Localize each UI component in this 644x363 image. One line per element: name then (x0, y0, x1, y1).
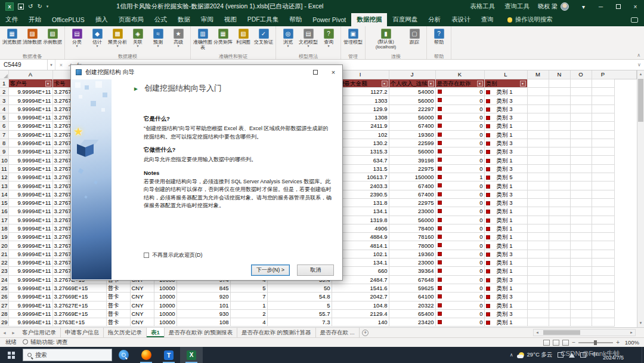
cell-K10[interactable]: 0 (435, 156, 484, 164)
taskbar-app-excel[interactable]: X (180, 347, 203, 363)
cell-L10[interactable]: 类别 1 (484, 156, 527, 164)
cell-O18[interactable] (570, 224, 592, 232)
cell-L5[interactable]: 类别 3 (484, 113, 527, 121)
name-box[interactable] (0, 61, 47, 68)
cell-M27[interactable] (527, 301, 549, 309)
column-header-J[interactable]: J (389, 70, 435, 79)
row-header-22[interactable]: 22 (0, 259, 8, 267)
cell-N4[interactable] (549, 104, 570, 113)
cell-M29[interactable] (527, 318, 549, 327)
cell-K28[interactable]: 0 (435, 309, 484, 318)
ribbon-tab-插入[interactable]: 插入 (90, 13, 113, 26)
sheet-nav-left-icon[interactable]: ◄ (0, 328, 9, 337)
cell-J2[interactable]: 54000 (389, 88, 435, 96)
cell-A17[interactable]: 9.99994E+11 (8, 216, 52, 224)
row-header-11[interactable]: 11 (0, 164, 8, 173)
cell-L25[interactable]: 类别 1 (484, 284, 527, 292)
row-header-12[interactable]: 12 (0, 173, 8, 182)
row-header-16[interactable]: 16 (0, 207, 8, 216)
cell-M18[interactable] (527, 224, 549, 232)
zoom-level[interactable]: 100% (623, 339, 639, 346)
customize-qat-chevron-icon[interactable]: ▾ (47, 4, 49, 9)
cell-A2[interactable]: 9.99994E+11 (8, 88, 52, 96)
cell-C28[interactable]: 普卡 (106, 309, 130, 318)
input-method-indicator[interactable]: 中 (592, 351, 597, 359)
vertical-scroll-thumb[interactable] (638, 79, 643, 122)
cell-L14[interactable]: 类别 3 (484, 190, 527, 198)
row-header-2[interactable]: 2 (0, 88, 8, 96)
cell-K12[interactable]: 1 (435, 173, 484, 182)
ribbon-button-关联[interactable]: ◈关联▾ (128, 27, 148, 54)
cell-B28[interactable]: 3.27669E+15 (52, 309, 106, 318)
cell-J16[interactable]: 23000 (389, 207, 435, 216)
cell-L6[interactable]: 类别 1 (484, 122, 527, 130)
row-header-14[interactable]: 14 (0, 190, 8, 198)
cell-D25[interactable]: CNY (130, 284, 154, 292)
cell-N29[interactable] (549, 318, 570, 327)
sheet-tab-表1[interactable]: 表1 (147, 328, 165, 337)
tray-app-icon[interactable] (558, 352, 564, 358)
cell-K2[interactable]: 0 (435, 88, 484, 96)
cell-O21[interactable] (570, 250, 592, 258)
volume-icon[interactable] (580, 352, 586, 358)
cell-K15[interactable]: 0 (435, 198, 484, 207)
row-header-9[interactable]: 9 (0, 147, 8, 156)
cell-K22[interactable]: 0 (435, 259, 484, 267)
ribbon-button-分类矩阵[interactable]: ▦分类矩阵 (213, 27, 233, 54)
ribbon-tab-视图[interactable]: 视图 (219, 13, 242, 26)
cell-P13[interactable] (592, 182, 614, 190)
cell-M7[interactable] (527, 130, 549, 139)
ribbon-tab-分析[interactable]: 分析 (423, 13, 446, 26)
ribbon-button-示例数据[interactable]: ▧示例数据 (42, 27, 63, 54)
cell-K26[interactable]: 0 (435, 293, 484, 301)
cell-P6[interactable] (592, 122, 614, 130)
filter-arrow-icon[interactable]: ▼ (477, 81, 483, 87)
cell-O6[interactable] (570, 122, 592, 130)
cell-E25[interactable]: 10000 (154, 284, 177, 292)
normal-view-icon[interactable] (543, 340, 550, 346)
cell-D29[interactable]: CNY (130, 318, 154, 327)
cell-N20[interactable] (549, 241, 570, 250)
cell-N18[interactable] (549, 224, 570, 232)
cell-B25[interactable]: 3.27669E+15 (52, 284, 106, 292)
cell-C26[interactable]: 普卡 (106, 293, 130, 301)
cell-E26[interactable]: 10000 (154, 293, 177, 301)
cell-N2[interactable] (549, 88, 570, 96)
cell-P2[interactable] (592, 88, 614, 96)
cell-O2[interactable] (570, 88, 592, 96)
cell-A8[interactable]: 9.99994E+11 (8, 139, 52, 147)
cell-A3[interactable]: 9.99994E+11 (8, 96, 52, 104)
cell-O22[interactable] (570, 259, 592, 267)
ribbon-tab-数据挖掘[interactable]: 数据挖掘 (351, 13, 387, 26)
ribbon-button-浏览[interactable]: ◎浏览▾ (278, 27, 298, 54)
table-header-K1[interactable]: 是否存在欺诈▼ (435, 79, 484, 87)
cell-J11[interactable]: 22975 (389, 164, 435, 173)
cell-L20[interactable]: 类别 1 (484, 241, 527, 250)
horizontal-scroll-thumb[interactable] (543, 330, 580, 335)
ribbon-tab-审阅[interactable]: 审阅 (196, 13, 219, 26)
tray-expand-chevron-icon[interactable]: ∧ (510, 352, 513, 358)
cell-N5[interactable] (549, 113, 570, 121)
ribbon-tab-百度网盘[interactable]: 百度网盘 (387, 13, 423, 26)
cell-A5[interactable]: 9.99994E+11 (8, 113, 52, 121)
cell-K24[interactable]: 0 (435, 275, 484, 284)
cell-A7[interactable]: 9.99994E+11 (8, 130, 52, 139)
cell-L8[interactable]: 类别 3 (484, 139, 527, 147)
cell-O27[interactable] (570, 301, 592, 309)
collapse-ribbon-icon[interactable]: ∧ (637, 53, 640, 58)
cell-M23[interactable] (527, 267, 549, 275)
horizontal-scrollbar[interactable]: ◄ ► (533, 329, 636, 336)
row-header-7[interactable]: 7 (0, 130, 8, 139)
ribbon-tab-OfficePLUS[interactable]: OfficePLUS (47, 13, 90, 26)
zoom-slider-thumb[interactable] (594, 340, 597, 345)
ribbon-tab-开始[interactable]: 开始 (23, 13, 47, 26)
cell-P4[interactable] (592, 104, 614, 113)
cell-O14[interactable] (570, 190, 592, 198)
taskbar-app-firefox[interactable] (135, 347, 157, 363)
ribbon-button-帮助[interactable]: ?帮助 (429, 27, 449, 54)
dont-show-again-checkbox[interactable]: 不再显示此欢迎页(D) (144, 251, 203, 259)
cell-L3[interactable]: 类别 3 (484, 96, 527, 104)
cell-L27[interactable]: 类别 1 (484, 301, 527, 309)
sheet-nav-right-icon[interactable]: ► (9, 328, 18, 337)
dialog-maximize-button[interactable] (306, 65, 324, 79)
